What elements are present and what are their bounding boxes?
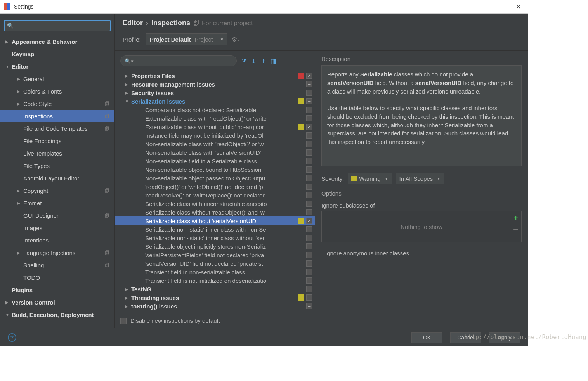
inspection-checkbox[interactable]: [306, 115, 312, 121]
sidebar-item-plugins[interactable]: Plugins: [0, 284, 114, 296]
sidebar-item-emmet[interactable]: Emmet: [0, 197, 114, 209]
inspection-checkbox[interactable]: [306, 226, 312, 232]
sidebar-item-keymap[interactable]: Keymap: [0, 48, 114, 60]
inspection-checkbox[interactable]: [306, 184, 312, 190]
inspection-checkbox[interactable]: [306, 294, 312, 301]
cancel-button[interactable]: Cancel: [450, 332, 481, 343]
inspection-row[interactable]: ▶toString() issues: [115, 302, 315, 310]
apply-button[interactable]: Apply: [489, 332, 520, 343]
inspection-checkbox[interactable]: [306, 218, 312, 224]
inspection-row[interactable]: 'serialVersionUID' field not declared 'p…: [115, 259, 315, 268]
sidebar-item-todo[interactable]: TODO: [0, 271, 114, 284]
inspection-row[interactable]: Externalizable class without 'public' no…: [115, 123, 315, 131]
collapse-all-icon[interactable]: ⤒: [261, 57, 266, 65]
close-icon[interactable]: ✕: [513, 2, 524, 11]
inspection-row[interactable]: Serializable class without 'readObject()…: [115, 208, 315, 216]
inspection-row[interactable]: Serializable class without 'serialVersio…: [115, 216, 315, 225]
sidebar-item-appearance-behavior[interactable]: Appearance & Behavior: [0, 35, 114, 48]
inspection-checkbox[interactable]: [306, 132, 312, 139]
inspection-tree[interactable]: ▶Properties Files▶Resource management is…: [115, 71, 315, 313]
inspection-checkbox[interactable]: [306, 277, 312, 284]
add-icon[interactable]: +: [513, 214, 518, 223]
sidebar-item-file-encodings[interactable]: File Encodings: [0, 135, 114, 147]
inspection-row[interactable]: ▶Security issues: [115, 88, 315, 97]
inspection-checkbox[interactable]: [306, 201, 312, 207]
inspection-row[interactable]: Non-serializable field in a Serializable…: [115, 157, 315, 165]
gear-icon[interactable]: ⚙▾: [232, 36, 239, 43]
inspection-checkbox[interactable]: [306, 175, 312, 181]
disable-default-checkbox[interactable]: [120, 318, 127, 324]
scope-combo[interactable]: In All Scopes ▼: [396, 173, 444, 184]
chevron-down-icon[interactable]: ▼: [217, 37, 227, 42]
inspection-row[interactable]: Comparator class not declared Serializab…: [115, 106, 315, 114]
inspection-checkbox[interactable]: [306, 124, 312, 130]
settings-search[interactable]: 🔍: [4, 20, 111, 31]
inspection-row[interactable]: Non-serializable class with 'serialVersi…: [115, 148, 315, 157]
sidebar-item-inspections[interactable]: Inspections🗐: [0, 110, 114, 122]
sidebar-item-version-control[interactable]: Version Control: [0, 296, 114, 308]
inspection-row[interactable]: 'readObject()' or 'writeObject()' not de…: [115, 182, 315, 191]
inspection-checkbox[interactable]: [306, 90, 312, 96]
inspection-checkbox[interactable]: [306, 149, 312, 156]
sidebar-item-intentions[interactable]: Intentions: [0, 234, 114, 246]
sidebar-item-general[interactable]: General: [0, 73, 114, 85]
ignore-subclasses-list[interactable]: Nothing to show + −: [321, 211, 522, 242]
inspection-checkbox[interactable]: [306, 98, 312, 104]
sidebar-item-android-layout-editor[interactable]: Android Layout Editor: [0, 172, 114, 184]
inspection-row[interactable]: Serializable object implicitly stores no…: [115, 242, 315, 251]
inspection-row[interactable]: Serializable non-'static' inner class wi…: [115, 225, 315, 234]
inspection-row[interactable]: Serializable non-'static' inner class wi…: [115, 234, 315, 242]
sidebar-item-copyright[interactable]: Copyright🗐: [0, 184, 114, 197]
inspection-row[interactable]: ▶Properties Files: [115, 71, 315, 80]
sidebar-item-gui-designer[interactable]: GUI Designer🗐: [0, 209, 114, 222]
inspection-checkbox[interactable]: [306, 260, 312, 267]
profile-combo[interactable]: Project Default Project ▼: [146, 33, 227, 45]
inspection-row[interactable]: Transient field in non-serializable clas…: [115, 268, 315, 276]
sidebar-item-editor[interactable]: Editor: [0, 60, 114, 73]
inspection-row[interactable]: Instance field may not be initialized by…: [115, 131, 315, 140]
inspection-row[interactable]: Non-serializable class with 'readObject(…: [115, 140, 315, 148]
help-icon[interactable]: ?: [8, 333, 16, 342]
inspection-checkbox[interactable]: [306, 107, 312, 113]
sidebar-item-file-and-code-templates[interactable]: File and Code Templates🗐: [0, 122, 114, 135]
sidebar-item-images[interactable]: Images: [0, 222, 114, 234]
sidebar-item-colors-fonts[interactable]: Colors & Fonts: [0, 85, 114, 97]
inspection-row[interactable]: Non-serializable object bound to HttpSes…: [115, 165, 315, 174]
inspection-row[interactable]: ▶TestNG: [115, 285, 315, 293]
inspection-row[interactable]: Transient field is not initialized on de…: [115, 276, 315, 285]
inspection-search-input[interactable]: [134, 58, 232, 64]
sidebar-item-file-types[interactable]: File Types: [0, 159, 114, 172]
inspection-row[interactable]: Non-serializable object passed to Object…: [115, 174, 315, 182]
inspection-row[interactable]: 'readResolve()' or 'writeReplace()' not …: [115, 191, 315, 199]
inspection-checkbox[interactable]: [306, 252, 312, 258]
inspection-checkbox[interactable]: [306, 286, 312, 292]
reset-icon[interactable]: ◨: [271, 57, 276, 65]
inspection-row[interactable]: 'serialPersistentFields' field not decla…: [115, 251, 315, 259]
inspection-checkbox[interactable]: [306, 209, 312, 215]
inspection-checkbox[interactable]: [306, 158, 312, 164]
inspection-row[interactable]: ▶Threading issues: [115, 293, 315, 302]
filter-icon[interactable]: ⧩: [241, 57, 246, 64]
inspection-row[interactable]: Externalizable class with 'readObject()'…: [115, 114, 315, 123]
inspection-row[interactable]: ▶Resource management issues: [115, 80, 315, 88]
inspection-checkbox[interactable]: [306, 243, 312, 249]
inspection-checkbox[interactable]: [306, 73, 312, 79]
sidebar-item-language-injections[interactable]: Language Injections🗐: [0, 246, 114, 259]
inspection-row[interactable]: Serializable class with unconstructable …: [115, 199, 315, 208]
sidebar-item-spelling[interactable]: Spelling🗐: [0, 259, 114, 271]
inspection-checkbox[interactable]: [306, 166, 312, 173]
inspection-row[interactable]: ▼Serialization issues: [115, 97, 315, 106]
severity-combo[interactable]: Warning ▼: [348, 173, 392, 184]
inspection-checkbox[interactable]: [306, 235, 312, 241]
inspection-checkbox[interactable]: [306, 303, 312, 309]
inspection-checkbox[interactable]: [306, 81, 312, 87]
sidebar-item-live-templates[interactable]: Live Templates: [0, 147, 114, 159]
sidebar-item-code-style[interactable]: Code Style🗐: [0, 97, 114, 110]
inspection-checkbox[interactable]: [306, 269, 312, 275]
settings-search-input[interactable]: [15, 23, 108, 29]
ok-button[interactable]: OK: [411, 332, 442, 343]
inspection-checkbox[interactable]: [306, 192, 312, 198]
inspection-checkbox[interactable]: [306, 141, 312, 147]
expand-all-icon[interactable]: ⤓: [251, 57, 256, 65]
sidebar-item-build-execution-deployment[interactable]: Build, Execution, Deployment: [0, 308, 114, 321]
